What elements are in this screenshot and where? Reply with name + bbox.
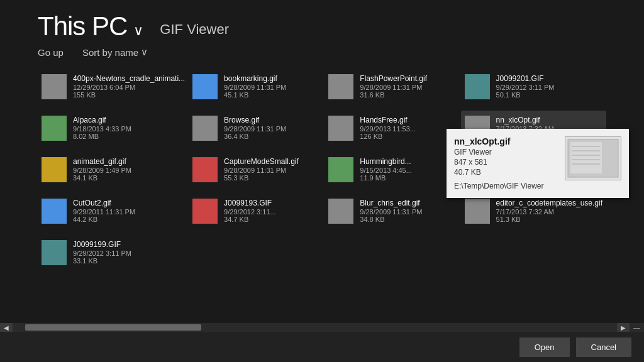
file-thumbnail (42, 74, 67, 99)
preview-image (565, 136, 621, 180)
file-name: nn_xlcOpt.gif (496, 116, 602, 124)
file-size: 31.6 KB (360, 91, 457, 99)
file-name: Alpaca.gif (73, 116, 185, 124)
file-preview-tooltip: nn_xlcOpt.gif GIF Viewer 847 x 581 40.7 … (447, 129, 629, 198)
list-item[interactable]: Browse.gif9/28/2009 11:31 PM36.4 KB (189, 111, 325, 152)
file-date: 9/28/2009 11:31 PM (360, 84, 457, 91)
horizontal-scrollbar[interactable]: ◀ ▶ — (0, 323, 644, 332)
file-date: 9/29/2012 3:11... (224, 208, 321, 216)
bottom-bar: Open Cancel (0, 332, 644, 362)
file-thumbnail (328, 116, 353, 141)
file-size: 34.7 KB (224, 216, 321, 223)
list-item[interactable]: HandsFree.gif9/29/2013 11:53...126 KB (325, 111, 460, 152)
file-thumbnail (328, 199, 353, 224)
file-size: 50.1 KB (496, 91, 602, 99)
file-name: CutOut2.gif (73, 199, 185, 207)
file-date: 9/29/2011 11:31 PM (73, 208, 185, 216)
sort-by-name-button[interactable]: Sort by name ∨ (82, 47, 148, 58)
scroll-thumb[interactable] (25, 324, 201, 331)
list-item[interactable]: J0099199.GIF9/29/2012 3:11 PM33.1 KB (38, 235, 189, 277)
file-size: 11.9 MB (360, 174, 457, 182)
list-item[interactable]: Alpaca.gif9/18/2013 4:33 PM8.02 MB (38, 111, 189, 152)
file-thumbnail (42, 157, 67, 182)
file-size: 155 KB (73, 91, 185, 99)
file-date: 12/29/2013 6:04 PM (73, 84, 185, 91)
file-date: 9/29/2012 3:11 PM (73, 250, 185, 257)
file-name: J0099199.GIF (73, 240, 185, 249)
file-date: 9/29/2012 3:11 PM (496, 84, 602, 91)
file-thumbnail (465, 74, 490, 99)
file-date: 9/28/2009 1:49 PM (73, 167, 185, 174)
file-date: 9/28/2009 11:31 PM (224, 167, 321, 174)
file-size: 34.8 KB (360, 216, 457, 223)
list-item[interactable]: J0099201.GIF9/29/2012 3:11 PM50.1 KB (461, 69, 606, 111)
file-date: 9/28/2009 11:31 PM (224, 84, 321, 91)
title-chevron-icon[interactable]: ∨ (133, 23, 143, 39)
file-size: 55.3 KB (224, 174, 321, 182)
file-thumbnail (42, 116, 67, 141)
file-thumbnail (192, 157, 218, 182)
file-date: 9/28/2009 11:31 PM (224, 125, 321, 133)
file-size: 126 KB (360, 133, 457, 140)
file-name: Browse.gif (224, 116, 321, 124)
file-name: animated_gif.gif (73, 157, 185, 166)
file-name: Blur_chris_edit.gif (360, 199, 457, 207)
file-name: editor_c_codetemplates_use.gif (496, 199, 602, 207)
cancel-button[interactable]: Cancel (576, 337, 631, 357)
scroll-track[interactable] (13, 323, 617, 332)
list-item[interactable]: animated_gif.gif9/28/2009 1:49 PM34.1 KB (38, 152, 189, 194)
file-size: 45.1 KB (224, 91, 321, 99)
file-size: 33.1 KB (73, 257, 185, 265)
list-item[interactable]: FlashPowerPoint.gif9/28/2009 11:31 PM31.… (325, 69, 460, 111)
list-item[interactable]: Hummingbird...9/15/2013 4:45...11.9 MB (325, 152, 460, 194)
list-item[interactable]: J0099193.GIF9/29/2012 3:11...34.7 KB (189, 194, 325, 235)
file-size: 34.1 KB (73, 174, 185, 182)
toolbar: Go up Sort by name ∨ (0, 41, 644, 63)
file-name: Hummingbird... (360, 157, 457, 166)
file-date: 7/17/2013 7:32 AM (496, 208, 602, 216)
scroll-left-button[interactable]: ◀ (0, 323, 13, 332)
go-up-button[interactable]: Go up (38, 47, 64, 58)
file-thumbnail (192, 116, 218, 141)
file-thumbnail (192, 199, 218, 224)
list-item[interactable]: editor_c_codetemplates_use.gif7/17/2013 … (461, 194, 606, 235)
page-title: This PC (38, 11, 127, 41)
file-thumbnail (328, 74, 353, 99)
file-size: 51.3 KB (496, 216, 602, 223)
file-name: CaptureModeSmall.gif (224, 157, 321, 166)
file-thumbnail (42, 199, 67, 224)
list-item[interactable]: CaptureModeSmall.gif9/28/2009 11:31 PM55… (189, 152, 325, 194)
file-name: HandsFree.gif (360, 116, 457, 124)
file-thumbnail (192, 74, 218, 99)
file-size: 44.2 KB (73, 216, 185, 223)
file-name: FlashPowerPoint.gif (360, 74, 457, 83)
list-item[interactable]: 400px-Newtons_cradle_animati...12/29/201… (38, 69, 189, 111)
file-thumbnail (42, 240, 67, 265)
list-item[interactable]: Blur_chris_edit.gif9/28/2009 11:31 PM34.… (325, 194, 460, 235)
file-date: 9/18/2013 4:33 PM (73, 125, 185, 133)
file-name: 400px-Newtons_cradle_animati... (73, 74, 185, 83)
file-name: bookmarking.gif (224, 74, 321, 83)
header: This PC ∨ GIF Viewer (0, 0, 644, 41)
file-size: 36.4 KB (224, 133, 321, 140)
file-thumbnail (328, 157, 353, 182)
file-date: 9/15/2013 4:45... (360, 167, 457, 174)
file-size: 8.02 MB (73, 133, 185, 140)
tooltip-filepath: E:\Temp\Demo\GIF Viewer (454, 182, 621, 190)
title-container: This PC ∨ (38, 11, 143, 41)
file-name: J0099201.GIF (496, 74, 602, 83)
file-thumbnail (465, 199, 490, 224)
scroll-right-button[interactable]: ▶ (617, 323, 630, 332)
file-date: 9/29/2013 11:53... (360, 125, 457, 133)
list-item[interactable]: bookmarking.gif9/28/2009 11:31 PM45.1 KB (189, 69, 325, 111)
open-button[interactable]: Open (519, 337, 570, 357)
sort-chevron-icon: ∨ (141, 47, 148, 58)
file-date: 9/28/2009 11:31 PM (360, 208, 457, 216)
page-subtitle: GIF Viewer (160, 21, 229, 38)
list-item[interactable]: CutOut2.gif9/29/2011 11:31 PM44.2 KB (38, 194, 189, 235)
file-name: J0099193.GIF (224, 199, 321, 207)
